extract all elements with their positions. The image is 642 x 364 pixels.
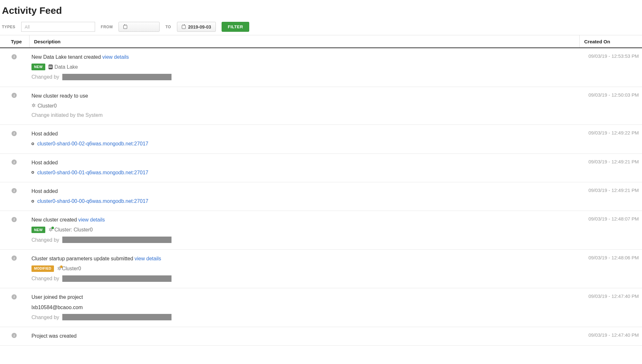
row-title: Cluster startup parameters update submit…: [31, 256, 133, 261]
to-label: TO: [165, 25, 171, 29]
row-created: 09/03/19 - 12:53:53 PM: [579, 53, 642, 82]
info-icon[interactable]: i: [12, 256, 17, 261]
row-title: User joined the project: [31, 294, 83, 300]
entity-label: ✲Cluster: Cluster0: [48, 225, 93, 234]
row-created: 09/03/19 - 12:49:21 PM: [579, 158, 642, 177]
node-dot-icon: [31, 171, 34, 174]
to-date-value: 2019-09-03: [188, 24, 211, 30]
table-row: iUser joined the projectlxb10584@bcaoo.c…: [0, 288, 642, 327]
filter-button[interactable]: FILTER: [222, 22, 249, 32]
table-row: iNew cluster created view detailsNEW✲Clu…: [0, 211, 642, 250]
gear-new-icon: ✲: [48, 227, 53, 232]
entity-label: ✲Cluster0: [57, 264, 81, 273]
info-icon[interactable]: i: [12, 294, 17, 299]
row-created: 09/03/19 - 12:47:40 PM: [579, 293, 642, 322]
row-created: 09/03/19 - 12:47:40 PM: [579, 332, 642, 340]
view-details-link[interactable]: view details: [102, 54, 129, 60]
info-icon[interactable]: i: [12, 333, 17, 338]
system-change-note: Change initiated by the System: [31, 111, 579, 119]
row-title: New cluster ready to use: [31, 93, 88, 99]
info-icon[interactable]: i: [12, 93, 17, 98]
row-title: Host added: [31, 160, 58, 165]
calendar-icon: [123, 25, 127, 29]
calendar-icon: [182, 25, 186, 29]
changed-by-label: Changed by: [31, 313, 59, 322]
table-row: iNew Data Lake tenant created view detai…: [0, 48, 642, 87]
page-title: Activity Feed: [0, 0, 642, 22]
to-date-picker[interactable]: 2019-09-03: [177, 22, 216, 32]
info-icon[interactable]: i: [12, 131, 17, 136]
entity-label: Data Lake: [48, 63, 78, 71]
changed-by-label: Changed by: [31, 73, 59, 81]
col-header-desc: Description: [30, 35, 579, 48]
status-badge: NEW: [31, 227, 45, 233]
table-row: iNew cluster ready to use✲Cluster0Change…: [0, 87, 642, 125]
changed-by-label: Changed by: [31, 236, 59, 244]
info-icon[interactable]: i: [12, 54, 17, 59]
node-dot-icon: [31, 200, 34, 203]
info-icon[interactable]: i: [12, 217, 17, 222]
info-icon[interactable]: i: [12, 160, 17, 165]
row-title: New Data Lake tenant created: [31, 54, 101, 60]
redacted-user: [62, 74, 171, 80]
redacted-user: [62, 314, 171, 320]
host-link[interactable]: cluster0-shard-00-00-q6was.mongodb.net:2…: [37, 197, 148, 205]
row-created: 09/03/19 - 12:48:06 PM: [579, 254, 642, 283]
row-title: New cluster created: [31, 217, 77, 222]
host-link[interactable]: cluster0-shard-00-01-q6was.mongodb.net:2…: [37, 168, 148, 177]
feed-grid: Type Description Created On iNew Data La…: [0, 35, 642, 346]
entity-label: ✲Cluster0: [31, 101, 57, 110]
view-details-link[interactable]: view details: [135, 256, 161, 261]
info-icon[interactable]: i: [12, 188, 17, 193]
table-row: iProject was created09/03/19 - 12:47:40 …: [0, 327, 642, 346]
row-created: 09/03/19 - 12:48:07 PM: [579, 215, 642, 244]
from-date-picker[interactable]: [119, 22, 160, 32]
status-badge: NEW: [31, 64, 45, 70]
status-badge: MODIFIED: [31, 265, 54, 272]
row-subtext: lxb10584@bcaoo.com: [31, 303, 83, 312]
row-title: Project was created: [31, 333, 77, 339]
database-icon: [48, 65, 53, 69]
from-label: FROM: [101, 25, 113, 29]
row-title: Host added: [31, 188, 58, 194]
redacted-user: [62, 275, 171, 282]
gear-icon: ✲: [31, 103, 36, 108]
types-label: TYPES: [2, 25, 15, 29]
table-header: Type Description Created On: [0, 35, 642, 48]
table-row: iHost added cluster0-shard-00-01-q6was.m…: [0, 154, 642, 182]
changed-by-label: Changed by: [31, 274, 59, 283]
col-header-type: Type: [0, 35, 30, 48]
view-details-link[interactable]: view details: [78, 217, 105, 222]
row-created: 09/03/19 - 12:49:21 PM: [579, 187, 642, 205]
types-input[interactable]: [21, 22, 95, 32]
gear-modified-icon: ✲: [57, 266, 61, 271]
row-created: 09/03/19 - 12:50:03 PM: [579, 91, 642, 120]
table-row: iHost added cluster0-shard-00-02-q6was.m…: [0, 125, 642, 153]
host-link[interactable]: cluster0-shard-00-02-q6was.mongodb.net:2…: [37, 139, 148, 148]
table-row: iCluster startup parameters update submi…: [0, 250, 642, 289]
filter-bar: TYPES FROM TO 2019-09-03 FILTER: [0, 22, 642, 35]
row-created: 09/03/19 - 12:49:22 PM: [579, 129, 642, 148]
node-dot-icon: [31, 143, 34, 145]
redacted-user: [62, 237, 171, 243]
col-header-created: Created On: [579, 35, 642, 48]
row-title: Host added: [31, 131, 58, 136]
table-row: iHost added cluster0-shard-00-00-q6was.m…: [0, 182, 642, 211]
